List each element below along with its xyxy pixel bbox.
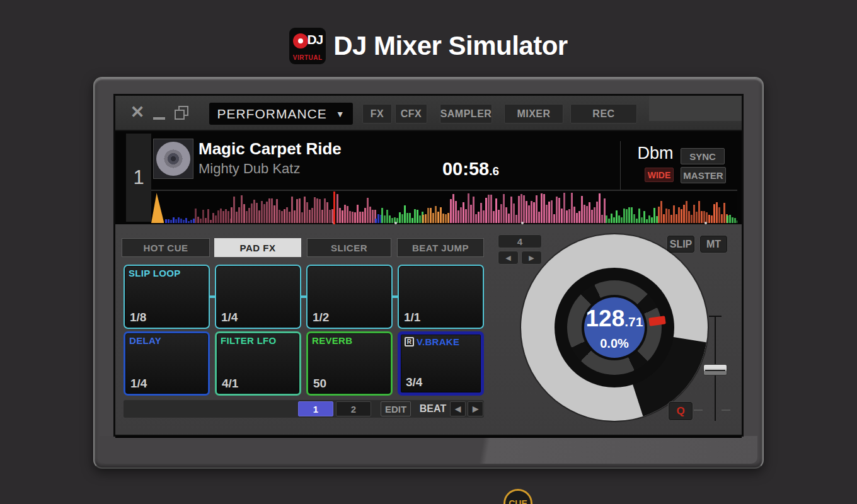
logo-virtual-text: VIRTUAL [289,54,326,61]
pitch-percent: 0.0% [567,336,662,351]
vinyl-icon [293,33,308,49]
rec-button[interactable]: REC [570,104,637,123]
sync-button[interactable]: SYNC [681,148,725,164]
pad-connector [209,295,216,298]
divider [620,141,621,190]
cue-button[interactable]: CUE [503,489,532,504]
q-button[interactable]: Q [668,401,693,421]
mode-dropdown[interactable]: PERFORMANCE ▼ [209,103,353,125]
page-2-button[interactable]: 2 [336,401,371,416]
pad-value: 3/4 [406,375,422,389]
pad-connector [392,295,398,298]
pad-slip-loop[interactable]: SLIP LOOP 1/8 [124,265,210,329]
tab-beat-jump[interactable]: BEAT JUMP [397,238,484,257]
key-label: Dbm [635,144,676,163]
pad-loop-quarter[interactable]: 1/4 [215,265,301,329]
pad-value: 1/4 [221,311,238,324]
device-frame: ✕ PERFORMANCE ▼ FX CFX SAMPLER MIXER REC… [93,77,764,469]
loop-prev-button[interactable]: ◀ [498,251,519,265]
deck-number: 1 [126,134,151,222]
bezel-bottom [100,436,757,464]
pad-value: 1/4 [130,377,147,391]
time-fraction: .6 [489,164,499,178]
waveform-canvas [151,192,737,224]
loop-size-button[interactable]: 4 [498,234,542,248]
fx-button[interactable]: FX [362,104,392,123]
pad-label: SLIP LOOP [129,268,180,278]
virtualdj-logo: DJ VIRTUAL [289,28,326,64]
loop-next-button[interactable]: ▶ [521,251,542,265]
pad-value: 50 [313,377,326,391]
minimize-icon[interactable] [153,117,165,120]
slip-button[interactable]: SLIP [667,235,695,253]
bpm-line: 128.71 [567,306,662,336]
track-title: Magic Carpet Ride [198,139,342,159]
pad-loop-one[interactable]: 1/1 [398,265,484,329]
beat-label: BEAT [417,401,449,416]
cfx-button[interactable]: CFX [395,104,427,123]
chevron-down-icon: ▼ [336,109,345,119]
track-time: 00:58.6 [414,159,527,180]
tab-slicer[interactable]: SLICER [307,238,391,257]
performance-panel: HOT CUE PAD FX SLICER BEAT JUMP SLIP LOO… [115,224,742,435]
pad-filter-lfo[interactable]: FILTER LFO 4/1 [215,331,301,396]
bpm-value: 128 [586,306,625,331]
divider [151,190,737,191]
beat-prev-button[interactable]: ◀ [450,401,466,416]
time-main: 00:58 [442,159,489,179]
page-title: DJ Mixer Simulator [333,31,567,61]
pitch-slider-handle[interactable] [703,364,727,375]
mt-button[interactable]: MT [699,235,728,253]
pad-label: REVERB [312,335,352,346]
beat-next-button[interactable]: ▶ [468,401,483,416]
page-1-button[interactable]: 1 [298,401,333,416]
logo-dj-text: DJ [307,32,323,47]
restore-icon[interactable] [175,106,188,120]
pad-v-brake[interactable]: RV.BRAKE 3/4 [398,331,484,396]
master-button[interactable]: MASTER [681,167,726,183]
pad-label-text: V.BRAKE [417,336,459,347]
mixer-button[interactable]: MIXER [504,104,563,123]
tab-pad-fx[interactable]: PAD FX [214,238,301,257]
wide-toggle[interactable]: WIDE [645,168,674,182]
edit-button[interactable]: EDIT [381,401,411,416]
bpm-fraction: .71 [624,314,643,329]
pitch-slider-mark [722,410,730,411]
bpm-display: 128.71 0.0% [567,306,662,351]
pad-value: 1/2 [313,311,329,324]
titlebar: ✕ PERFORMANCE ▼ FX CFX SAMPLER MIXER REC [115,96,742,131]
pad-value: 1/8 [130,311,146,324]
pad-value: 4/1 [222,377,238,391]
dj-app-window: ✕ PERFORMANCE ▼ FX CFX SAMPLER MIXER REC… [115,96,742,435]
pad-label: FILTER LFO [221,335,277,346]
pad-value: 1/1 [404,311,420,324]
app-background: DJ VIRTUAL DJ Mixer Simulator ✕ PERFORMA… [0,0,857,504]
vinyl-disc-icon [156,142,190,176]
pad-connector [301,295,307,298]
track-artist: Mighty Dub Katz [198,161,300,177]
deck-panel: 1 Magic Carpet Ride Mighty Dub Katz 00:5… [115,131,742,224]
tab-hot-cue[interactable]: HOT CUE [122,238,210,257]
mode-dropdown-label: PERFORMANCE [217,106,326,122]
album-art [153,139,193,179]
pad-label: RV.BRAKE [405,336,459,347]
pad-reverb[interactable]: REVERB 50 [306,331,393,396]
pad-label: DELAY [129,335,161,346]
pad-delay[interactable]: DELAY 1/4 [124,331,210,396]
app-header: DJ VIRTUAL DJ Mixer Simulator [0,28,857,64]
record-badge-icon: R [405,337,414,346]
titlebar-panel [649,96,742,121]
waveform[interactable] [151,192,737,224]
sampler-button[interactable]: SAMPLER [440,104,492,123]
pitch-slider-mark [694,410,703,411]
pad-loop-half[interactable]: 1/2 [306,265,393,329]
close-icon[interactable]: ✕ [128,102,147,122]
